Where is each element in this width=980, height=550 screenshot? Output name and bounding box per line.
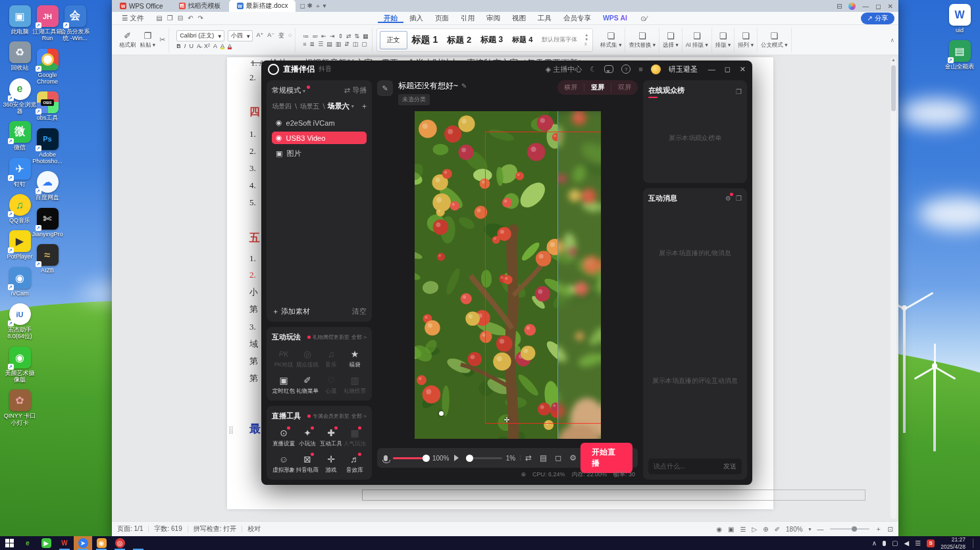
ime-icon[interactable]: S	[927, 539, 935, 547]
desktop-icon-sheet-app[interactable]: ▤↗金山全能表	[942, 40, 977, 70]
style-标题 2[interactable]: 标题 2	[442, 34, 476, 47]
source-USB3 Video[interactable]: ◉USB3 Video	[272, 132, 367, 144]
anchor-center-link[interactable]: ◈ 主播中心	[546, 64, 582, 74]
scene-tab-场景六[interactable]: 场景六	[328, 101, 349, 111]
zoom-in-button[interactable]: ＋	[875, 524, 882, 534]
camera-app[interactable]: ◉	[92, 536, 111, 550]
tool-游戏[interactable]: ✛游戏	[319, 454, 343, 474]
broadcast-switch[interactable]: ⇄ 导播	[344, 86, 367, 95]
interact-PK对战[interactable]: PKPK对战	[272, 349, 296, 369]
orientation-双屏[interactable]: 双屏	[611, 80, 638, 95]
font-tool[interactable]: A⁺	[256, 32, 263, 40]
edit-pencil-icon[interactable]: ✎	[461, 82, 467, 89]
clear-button[interactable]: 清空	[352, 307, 367, 316]
window-maximize-icon[interactable]: ◻	[875, 3, 881, 10]
paragraph-tool[interactable]: ≔	[303, 33, 309, 39]
status-item[interactable]: 字数: 619	[154, 524, 182, 534]
app-minimize-icon[interactable]: —	[708, 65, 715, 74]
quick-icon[interactable]: ▤	[156, 14, 162, 22]
theme-icon[interactable]: ☾	[590, 65, 596, 74]
ribbon-search-icon[interactable]: ⊙⁄	[634, 14, 654, 22]
interact-礼物投票[interactable]: ▥礼物投票	[343, 375, 367, 395]
font-tool[interactable]: A̶	[197, 43, 201, 49]
view-icon[interactable]: ◉	[716, 526, 722, 533]
style-默认段落字体[interactable]: 默认段落字体	[537, 35, 582, 45]
font-tool[interactable]: 变	[278, 32, 284, 40]
ribbon-button-AI 排版[interactable]: ❏AI 排版 ▾	[686, 31, 708, 49]
menu-tab-会员专享[interactable]: 会员专享	[557, 14, 597, 23]
style-正文[interactable]: 正文	[380, 31, 407, 49]
control-icon[interactable]: ⇄	[525, 453, 532, 463]
desktop-icon-hongjie-assistant[interactable]: iU↗宏杰助手 8.0(64位)	[3, 303, 37, 340]
scene-dropdown-icon[interactable]: ▾	[351, 103, 354, 109]
font-tool[interactable]: X²	[204, 43, 210, 49]
add-material-button[interactable]: ＋ 添加素材	[272, 307, 310, 316]
mode-select[interactable]: 常规模式 ▾	[272, 86, 310, 95]
desktop-icon-aizb[interactable]: ≈↗AIZB	[30, 244, 64, 274]
menu-tab-引用[interactable]: 引用	[455, 14, 480, 23]
menu-tab-审阅[interactable]: 审阅	[480, 14, 506, 23]
paragraph-tool[interactable]: ⇥	[330, 33, 335, 39]
category-tag[interactable]: 未选分类	[398, 94, 430, 105]
crop-selection-rect[interactable]	[485, 132, 601, 424]
paragraph-tool[interactable]: ▤	[326, 41, 332, 47]
control-icon[interactable]: ⚙	[569, 453, 577, 463]
tool-小玩法[interactable]: ✦小玩法	[296, 428, 319, 448]
paragraph-tool[interactable]: ☰	[318, 41, 323, 47]
ribbon-button-公文模式[interactable]: ❏公文模式 ▾	[761, 31, 788, 49]
style-标题 1[interactable]: 标题 1	[407, 34, 443, 47]
font-tool[interactable]: A⁻	[267, 32, 274, 40]
status-item[interactable]: 校对	[247, 524, 261, 534]
layout-icon[interactable]: ⊟	[837, 3, 842, 10]
font-tool[interactable]: A	[220, 43, 224, 49]
desktop-icon-member-dist[interactable]: 会↗会员分发系统 -Win...	[58, 5, 92, 42]
control-icon[interactable]: ▤	[540, 453, 547, 463]
interact-礼物菜单[interactable]: ✐礼物菜单	[296, 375, 319, 395]
chat-input[interactable]: 说点什么... 发送	[648, 459, 742, 474]
tool-人气玩法[interactable]: ▦人气玩法	[343, 428, 367, 448]
desktop-icon-qinyy[interactable]: ✿QINYY 卡口小灯卡	[3, 389, 37, 426]
green-app[interactable]: ▶	[37, 536, 55, 550]
menu-icon[interactable]: ≡	[638, 65, 642, 73]
volume-slider[interactable]	[466, 457, 502, 459]
paragraph-tool[interactable]: ▢	[361, 41, 367, 47]
vertical-scrollbar[interactable]: ▲	[890, 57, 896, 519]
tool-直播设置[interactable]: ⊙直播设置	[272, 428, 296, 448]
paragraph-tool[interactable]: ⇤	[321, 33, 326, 39]
font-name-select[interactable]: Calibri (正文) ▾	[176, 30, 224, 41]
ribbon-button-样式集[interactable]: ❏样式集 ▾	[600, 31, 621, 49]
font-size-select[interactable]: 小四 ▾	[228, 30, 253, 41]
source-e2eSoft iVCam[interactable]: ◉e2eSoft iVCam	[272, 116, 367, 129]
zoom-slider-knob[interactable]	[852, 526, 857, 532]
account-avatar[interactable]	[848, 3, 856, 10]
scene-tab-场景四[interactable]: 场景四	[272, 102, 292, 111]
cut-icon[interactable]: ✂	[159, 36, 165, 44]
ribbon-collapse-icon[interactable]: ∧	[890, 37, 894, 43]
file-menu[interactable]: ☰ 文件	[116, 14, 149, 23]
window-minimize-icon[interactable]: —	[862, 3, 869, 10]
paragraph-drag-handle[interactable]: ⣿	[228, 426, 234, 434]
paragraph-tool[interactable]: ▥	[336, 41, 342, 47]
help-icon[interactable]: ?	[621, 64, 631, 74]
live-companion-taskbar[interactable]: ➤	[74, 536, 92, 550]
stream-title[interactable]: 标题还没有想好~	[398, 80, 458, 91]
ribbon-button-排列[interactable]: ❏排列 ▾	[738, 31, 754, 49]
wps-tab[interactable]: W最新搭建.docx	[229, 0, 296, 12]
font-tool[interactable]: U	[189, 43, 193, 49]
menu-tab-工具[interactable]: 工具	[532, 14, 557, 23]
app-close-icon[interactable]: ✕	[740, 65, 746, 74]
tray-speaker-icon[interactable]: ◀	[904, 539, 910, 547]
wps-taskbar[interactable]: W	[55, 536, 74, 550]
messages-settings-icon[interactable]: ⚙	[725, 195, 731, 202]
ie-browser[interactable]: e	[18, 536, 37, 550]
interact-定时红包[interactable]: ▣定时红包	[272, 375, 296, 395]
add-scene-button[interactable]: +	[362, 102, 367, 111]
status-item[interactable]: 页面: 1/1	[117, 524, 143, 534]
scene-tab-场景五[interactable]: 场景五	[299, 102, 319, 111]
paragraph-tool[interactable]: ▦	[363, 33, 369, 39]
style-标题 4[interactable]: 标题 4	[507, 34, 537, 45]
desktop-icon-obs-tools[interactable]: ↗obs工具	[30, 91, 64, 121]
start-button[interactable]	[0, 536, 18, 550]
interact-音乐[interactable]: ♫音乐	[319, 349, 343, 369]
feedback-icon[interactable]	[604, 65, 613, 73]
